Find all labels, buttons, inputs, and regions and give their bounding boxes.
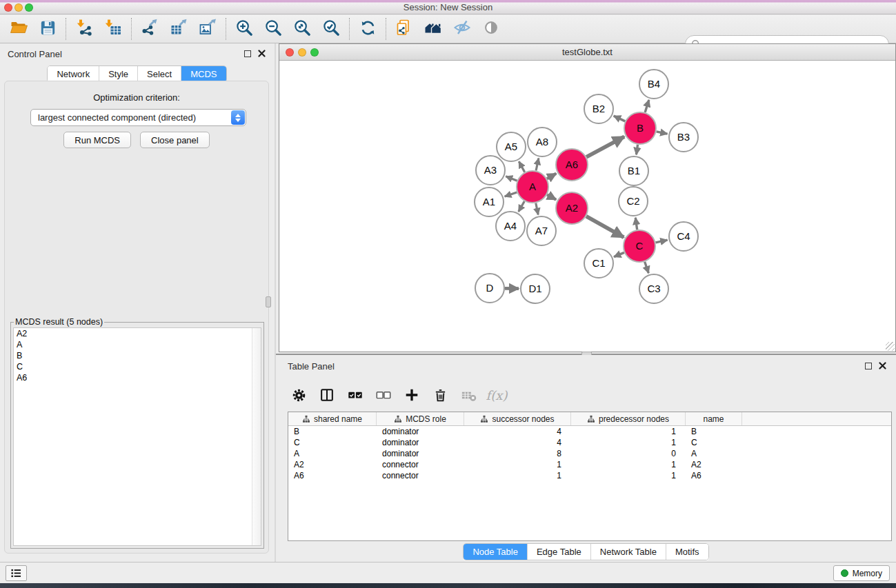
tab-style[interactable]: Style: [99, 66, 138, 82]
column-header-name[interactable]: name: [686, 412, 742, 425]
run-mcds-button[interactable]: Run MCDS: [63, 132, 131, 148]
graph-edge-A-A3[interactable]: [506, 176, 517, 181]
vertical-splitter-handle[interactable]: [266, 296, 271, 307]
memory-button[interactable]: Memory: [833, 565, 890, 581]
status-bar: Memory: [0, 562, 896, 583]
table-row-c[interactable]: Cdominator41C: [288, 437, 891, 448]
table-toolbar: f(x): [290, 383, 506, 407]
graph-node-label-A5: A5: [505, 141, 517, 152]
network-close-button[interactable]: [286, 48, 294, 57]
graph-edge-C-C3[interactable]: [645, 262, 649, 274]
network-zoom-button[interactable]: [310, 48, 319, 57]
close-panel-icon[interactable]: [879, 362, 886, 369]
import-table-button[interactable]: [99, 17, 128, 41]
graph-edge-A2-C[interactable]: [586, 216, 624, 238]
result-item-a2[interactable]: A2: [14, 328, 261, 339]
graph-edge-A-A1[interactable]: [505, 192, 517, 196]
gear-icon[interactable]: [290, 386, 308, 404]
table-cell: A2: [686, 459, 742, 470]
column-header-shared-name[interactable]: shared name: [288, 412, 377, 425]
export-network-button[interactable]: [135, 17, 164, 41]
network-window-titlebar[interactable]: testGlobe.txt: [279, 44, 895, 61]
export-table-button[interactable]: [164, 17, 193, 41]
window-resize-grip[interactable]: [886, 342, 895, 351]
tab-mcds[interactable]: MCDS: [181, 66, 226, 82]
graph-edge-C-C2[interactable]: [635, 218, 637, 230]
tab-network[interactable]: Network: [48, 66, 99, 82]
result-item-a[interactable]: A: [14, 339, 261, 350]
graph-edge-B-B4[interactable]: [645, 100, 649, 112]
graph-edge-B-B2[interactable]: [614, 116, 626, 121]
graph-edge-A-A5[interactable]: [519, 161, 524, 172]
column-header-successor-nodes[interactable]: successor nodes: [464, 412, 571, 425]
mcds-result-list[interactable]: A2ABCA6: [13, 327, 261, 546]
criterion-dropdown[interactable]: largest connected component (directed): [30, 109, 246, 126]
add-icon[interactable]: [403, 386, 421, 404]
zoom-selected-button[interactable]: [317, 17, 346, 41]
zoom-window-button[interactable]: [25, 3, 33, 12]
graph-edge-A-A2[interactable]: [547, 194, 556, 199]
tab-node-table[interactable]: Node Table: [464, 544, 528, 560]
float-panel-icon[interactable]: [244, 50, 251, 57]
desktop-wallpaper-strip: [0, 583, 896, 588]
float-panel-icon[interactable]: [865, 363, 872, 369]
table-row-b[interactable]: Bdominator41B: [288, 426, 891, 437]
home-button[interactable]: [419, 17, 448, 41]
app-titlebar: Session: New Session: [0, 0, 896, 14]
hide-eye-button[interactable]: [448, 17, 477, 41]
select-all-icon[interactable]: [346, 386, 364, 404]
result-scrollbar-track[interactable]: [252, 328, 261, 545]
column-header-mcds-role[interactable]: MCDS role: [377, 412, 464, 425]
toolbar-separator: [131, 18, 132, 40]
close-panel-button[interactable]: Close panel: [140, 132, 210, 148]
minimize-window-button[interactable]: [14, 3, 23, 12]
table-row-a2[interactable]: A2connector11A2: [288, 459, 891, 470]
clear-table-icon[interactable]: [459, 386, 477, 404]
table-row-a[interactable]: Adominator80A: [288, 448, 891, 459]
close-window-button[interactable]: [4, 3, 12, 12]
table-cell: A6: [686, 470, 742, 481]
network-minimize-button[interactable]: [298, 48, 306, 57]
tab-edge-table[interactable]: Edge Table: [528, 544, 591, 560]
close-panel-icon[interactable]: [258, 50, 266, 57]
tab-motifs[interactable]: Motifs: [666, 544, 708, 560]
open-session-button[interactable]: [4, 17, 33, 41]
graph-edge-C-C4[interactable]: [655, 240, 667, 243]
export-image-button[interactable]: [193, 17, 222, 41]
delete-icon[interactable]: [431, 386, 449, 404]
zoom-fit-button[interactable]: [288, 17, 317, 41]
graph-node-label-A1: A1: [483, 196, 495, 207]
result-item-a6[interactable]: A6: [14, 372, 261, 383]
column-header-predecessor-nodes[interactable]: predecessor nodes: [571, 412, 686, 425]
tab-network-table[interactable]: Network Table: [591, 544, 666, 560]
column-label: shared name: [314, 414, 362, 424]
network-snapshot-button[interactable]: [390, 17, 419, 41]
result-item-c[interactable]: C: [14, 361, 261, 372]
graph-edge-B-B1[interactable]: [636, 145, 637, 154]
graph-edge-A-A6[interactable]: [547, 174, 556, 179]
task-history-button[interactable]: [6, 565, 27, 581]
graph-edge-C-C1[interactable]: [614, 252, 624, 256]
show-eye-button[interactable]: [477, 17, 506, 41]
graph-node-label-A3: A3: [484, 164, 497, 176]
tab-select[interactable]: Select: [138, 66, 181, 82]
attribute-tree-icon: [587, 415, 595, 423]
columns-icon[interactable]: [318, 386, 336, 404]
network-canvas[interactable]: AA1A2A3A4A5A6A7A8BB1B2B3B4CC1C2C3C4DD1: [279, 61, 895, 352]
graph-edge-A6-B[interactable]: [586, 136, 624, 156]
table-cell: 1: [571, 459, 686, 470]
deselect-all-icon[interactable]: [375, 386, 392, 404]
result-item-b[interactable]: B: [14, 350, 261, 361]
graph-edge-B-B3[interactable]: [657, 132, 668, 134]
graph-edge-A-A4[interactable]: [519, 201, 525, 212]
graph-edge-A-A8[interactable]: [536, 158, 539, 170]
graph-edge-A-A7[interactable]: [536, 203, 538, 215]
zoom-out-button[interactable]: [259, 17, 288, 41]
zoom-in-button[interactable]: [230, 17, 259, 41]
import-network-button[interactable]: [70, 17, 99, 41]
table-row-a6[interactable]: A6connector11A6: [288, 470, 891, 481]
save-session-button[interactable]: [33, 17, 62, 41]
function-builder-icon[interactable]: f(x): [488, 386, 506, 404]
refresh-layout-button[interactable]: [353, 17, 382, 41]
network-view-window: testGlobe.txt AA1A2A3A4A5A6A7A8BB1B2B3B4…: [279, 43, 896, 352]
